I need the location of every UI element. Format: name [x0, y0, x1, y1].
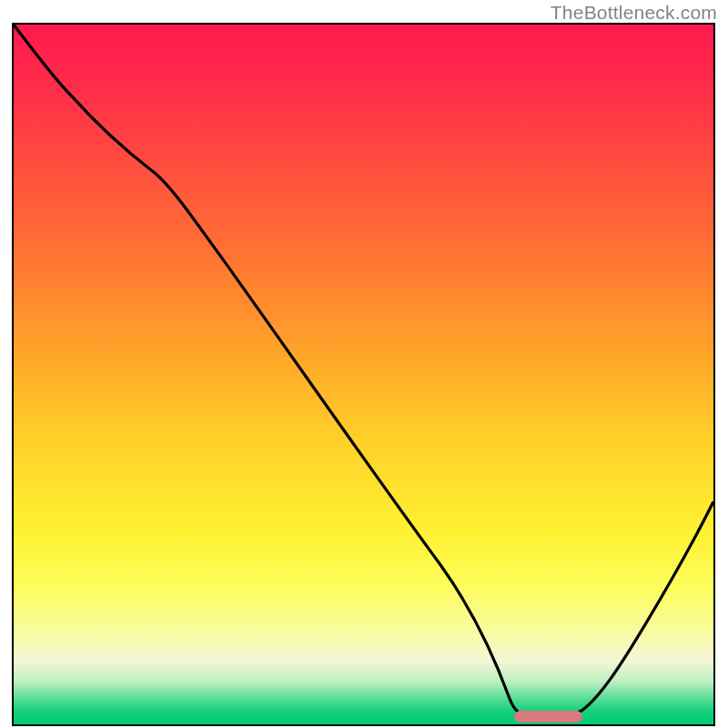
gradient-background	[14, 25, 713, 724]
watermark-text: TheBottleneck.com	[551, 2, 717, 24]
optimal-range-marker	[514, 711, 582, 723]
chart-frame	[12, 23, 715, 726]
